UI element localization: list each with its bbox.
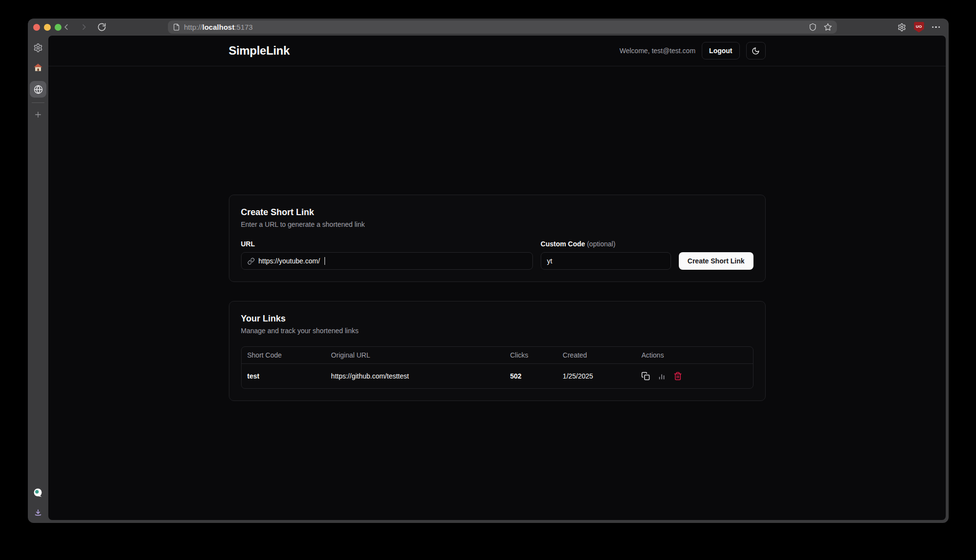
browser-window: http://localhost:5173 UO bbox=[28, 19, 949, 523]
trash-icon bbox=[673, 372, 682, 380]
custom-code-value: yt bbox=[547, 257, 552, 265]
back-button[interactable] bbox=[61, 22, 71, 32]
address-bar[interactable]: http://localhost:5173 bbox=[168, 20, 837, 34]
close-button[interactable] bbox=[33, 24, 40, 31]
url-text: http://localhost:5173 bbox=[184, 23, 253, 31]
header-short-code: Short Code bbox=[242, 347, 325, 364]
desktop: { "browser": { "address": { "prefix": "h… bbox=[0, 0, 976, 560]
reload-button[interactable] bbox=[97, 22, 106, 32]
copy-icon bbox=[641, 372, 650, 380]
sidebar-divider bbox=[32, 102, 44, 103]
cell-short-code: test bbox=[242, 364, 325, 389]
traffic-lights bbox=[33, 24, 61, 31]
header-created: Created bbox=[557, 347, 635, 364]
home-tab-icon[interactable] bbox=[34, 63, 43, 72]
header-original-url: Original URL bbox=[325, 347, 504, 364]
cell-created: 1/25/2025 bbox=[557, 364, 635, 389]
card-subtitle: Enter a URL to generate a shortened link bbox=[241, 220, 753, 229]
card-title: Create Short Link bbox=[241, 207, 753, 218]
theme-toggle-button[interactable] bbox=[746, 42, 766, 60]
page-title: SimpleLink bbox=[229, 44, 290, 58]
your-links-card: Your Links Manage and track your shorten… bbox=[229, 301, 766, 401]
forward-button[interactable] bbox=[80, 22, 89, 32]
globe-icon bbox=[34, 85, 43, 94]
url-input-value: https://youtube.com/ bbox=[259, 257, 320, 265]
extensions-icon[interactable] bbox=[897, 23, 906, 32]
tab-sidebar bbox=[28, 36, 48, 523]
new-tab-button[interactable] bbox=[34, 110, 42, 119]
minimize-button[interactable] bbox=[44, 24, 51, 31]
url-label: URL bbox=[241, 240, 533, 248]
header-clicks: Clicks bbox=[504, 347, 557, 364]
card-title: Your Links bbox=[241, 313, 753, 324]
bookmark-star-icon[interactable] bbox=[824, 23, 832, 31]
page: SimpleLink Welcome, test@test.com Logout… bbox=[48, 36, 946, 520]
downloads-icon[interactable] bbox=[34, 508, 43, 518]
copy-link-button[interactable] bbox=[641, 372, 650, 380]
table-header-row: Short Code Original URL Clicks Created A… bbox=[242, 347, 753, 364]
ublock-origin-badge[interactable]: UO bbox=[914, 22, 924, 33]
links-table: Short Code Original URL Clicks Created A… bbox=[241, 346, 753, 389]
custom-code-label: Custom Code (optional) bbox=[541, 240, 671, 248]
text-caret bbox=[325, 257, 325, 265]
page-document-icon bbox=[173, 23, 180, 31]
custom-code-input[interactable]: yt bbox=[541, 252, 671, 270]
stats-button[interactable] bbox=[657, 372, 666, 380]
create-short-link-button[interactable]: Create Short Link bbox=[679, 252, 753, 270]
url-input[interactable]: https://youtube.com/ bbox=[241, 252, 533, 270]
tracking-shield-icon[interactable] bbox=[809, 23, 817, 31]
app-header: SimpleLink Welcome, test@test.com Logout bbox=[48, 36, 946, 66]
profile-icon[interactable] bbox=[33, 488, 43, 498]
more-menu-icon[interactable] bbox=[932, 26, 940, 28]
cell-clicks: 502 bbox=[504, 364, 557, 389]
fullscreen-button[interactable] bbox=[55, 24, 61, 31]
card-subtitle: Manage and track your shortened links bbox=[241, 326, 753, 336]
logout-button[interactable]: Logout bbox=[702, 42, 739, 60]
settings-gear-icon[interactable] bbox=[33, 43, 43, 53]
moon-icon bbox=[752, 47, 760, 55]
delete-link-button[interactable] bbox=[673, 372, 682, 380]
browser-toolbar: http://localhost:5173 UO bbox=[28, 19, 949, 36]
table-row: test https://github.com/testtest 502 1/2… bbox=[242, 364, 753, 389]
bar-chart-icon bbox=[657, 372, 666, 380]
welcome-text: Welcome, test@test.com bbox=[620, 47, 696, 55]
create-short-link-card: Create Short Link Enter a URL to generat… bbox=[229, 195, 766, 282]
link-chain-icon bbox=[247, 258, 255, 265]
active-tab-globe[interactable] bbox=[30, 81, 46, 98]
header-actions: Actions bbox=[635, 347, 752, 364]
cell-original-url: https://github.com/testtest bbox=[325, 364, 504, 389]
